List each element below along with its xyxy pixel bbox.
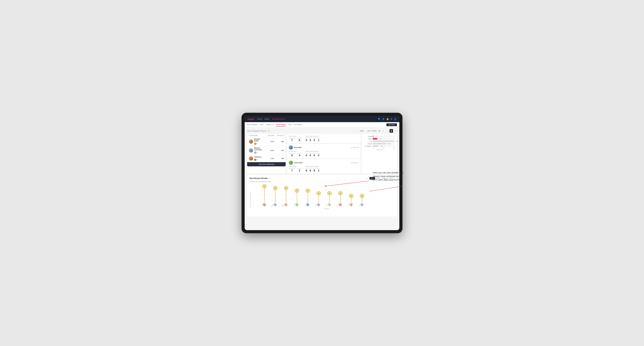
leaderboard-panel: PLAYER NAME PB SCORE PB AVG SQ Richard B…	[247, 134, 286, 173]
search-icon[interactable]: 🔍	[378, 118, 380, 120]
avg-1: 110	[274, 141, 284, 142]
team-title: Team Clippd | 14 Players	[247, 130, 266, 132]
svg-text:4x: 4x	[318, 193, 320, 194]
y-axis-label: Best Streak, Fairway Accuracy	[250, 191, 251, 208]
activities-group-0: Total Practice Activities OTT 0 APP	[305, 135, 320, 142]
ott-l-2: OTT	[305, 168, 308, 169]
ott-label-1: OTT	[305, 153, 308, 154]
table-row[interactable]: Edward Crossman 2 ♥ 18/20 107	[247, 146, 286, 155]
app-val-1: 0	[309, 154, 312, 157]
tab-pga[interactable]: PGA	[260, 123, 264, 127]
arg-label-1: ARG	[313, 153, 316, 154]
ott-val-1: 0	[305, 154, 308, 157]
app-logo: clippd	[248, 118, 254, 120]
app-val-0: 0	[309, 139, 312, 142]
view-icons: ⊞ ☰ ▦ ⊟	[382, 129, 397, 133]
nav-teams[interactable]: Teams	[264, 118, 270, 120]
tournament-rounds-1: 8	[289, 154, 295, 157]
practice-label-2: Practice	[297, 168, 302, 169]
pc-header-2: Josh Coles 26 Aug 2023	[289, 161, 359, 165]
tab-team-clippd[interactable]: Team Clippd	[276, 123, 286, 127]
arg-v-2: 0	[313, 169, 316, 172]
bar-row-eagles: Eagles 3	[364, 135, 395, 137]
practice-rounds-0: 6	[297, 139, 302, 142]
bar-label-birdies: Birdies	[364, 138, 372, 140]
avatar-josh	[289, 161, 293, 165]
avg-2: 107	[274, 150, 284, 151]
ott-label-0: OTT	[305, 138, 308, 139]
pc-date-2: 26 Aug 2023	[351, 162, 359, 164]
bar-row-birdies: Birdies 96	[364, 138, 395, 140]
bar-fill-birdies: 96	[373, 138, 377, 140]
nav-links: Home Teams My Performance	[257, 118, 378, 120]
tab-tour[interactable]: Tour	[288, 123, 292, 127]
total-rounds-label-2: Total Rounds	[289, 166, 302, 168]
streaks-title: Best Round Streaks	[250, 177, 268, 179]
pc-date-1: 02 Sep 2023	[351, 147, 359, 148]
bell-icon[interactable]: 🔔	[386, 118, 389, 120]
streaks-chart-container: Best Streak, Fairway Accuracy 7x	[250, 184, 394, 215]
edit-icon[interactable]: ✏️	[268, 130, 270, 132]
badge-2: 2 ♥	[254, 152, 258, 154]
show-select[interactable]: Last 3 months	[365, 129, 381, 133]
bar-row-bogeys: Bogeys 311	[364, 143, 395, 145]
bar-value-pars: 499	[396, 141, 398, 142]
tab-all-players[interactable]: All Players	[294, 123, 302, 127]
total-rounds-label-0: Total Rounds	[289, 135, 302, 137]
practice-rounds-2: 2	[297, 169, 302, 172]
bar-fill-pars: 499	[373, 140, 394, 142]
chart-axis: 0 200 400	[364, 148, 395, 149]
avatar-rees	[289, 145, 293, 150]
svg-text:3x: 3x	[362, 195, 363, 197]
svg-text:6x: 6x	[286, 187, 287, 189]
axis-200: 200	[382, 148, 384, 149]
tab-hcaps[interactable]: Hcaps 1-5	[266, 123, 273, 127]
score-2: 18/20	[264, 150, 274, 151]
view-leaderboard-button[interactable]: View Full Leaderboard	[247, 162, 286, 166]
card-view-btn[interactable]: ▦	[390, 129, 393, 133]
avatar-3	[249, 156, 253, 161]
avatar-icon[interactable]: 👤	[394, 118, 396, 120]
team-header: Team Clippd | 14 Players ✏️ Show Last 3 …	[247, 129, 397, 133]
show-controls: Show Last 3 months ⊞ ☰ ▦ ⊟	[360, 129, 397, 133]
arg-val-0: 0	[313, 139, 316, 142]
activities-label-2: Total Practice Activities	[305, 166, 320, 168]
app-label-1: APP	[309, 153, 312, 154]
tournament-label-0: Tournament	[289, 138, 295, 139]
settings-icon[interactable]: ⚙	[390, 118, 392, 120]
tournament-rounds-2: 7	[289, 169, 295, 172]
player-info-1: Richard Butler 1 ♥	[249, 138, 264, 145]
activities-label-1: Total Practice Activities	[305, 151, 320, 152]
add-team-button[interactable]: Add Team	[386, 123, 397, 126]
list-view-btn[interactable]: ☰	[386, 129, 389, 133]
lb-header: PLAYER NAME PB SCORE PB AVG SQ	[247, 134, 286, 137]
rounds-group-0: Total Rounds Tournament 7 Practice	[289, 135, 302, 142]
table-row[interactable]: Cameron... 3 ♥ 17/20 103	[247, 155, 286, 162]
chart-footer: Total Shots	[364, 149, 395, 151]
bar-row-pars: Pars 499	[364, 140, 395, 142]
putt-val-0: 1	[317, 139, 320, 142]
navbar: clippd Home Teams My Performance 🔍 👤 🔔 ⚙…	[245, 116, 399, 122]
user-icon[interactable]: 👤	[382, 118, 385, 120]
grid-view-btn[interactable]: ⊞	[382, 129, 385, 133]
avatar-1	[249, 140, 253, 144]
table-view-btn[interactable]: ⊟	[394, 129, 397, 133]
score-3: 17/20	[264, 158, 274, 159]
nav-my-performance[interactable]: My Performance	[272, 118, 285, 120]
activities-group-1: Total Practice Activities OTT 0 APP	[305, 151, 320, 157]
bar-value-bogeys: 311	[388, 143, 390, 144]
bar-row-dbogeys: D. Bogeys + 131	[364, 145, 395, 147]
nav-home[interactable]: Home	[257, 118, 262, 120]
players-label: Players	[259, 208, 394, 209]
player-name-2: Edward Crossman	[254, 147, 264, 151]
putt-val-1: 0	[317, 154, 320, 157]
players-cards: Total Rounds Tournament 7 Practice	[287, 134, 360, 173]
svg-text:5x: 5x	[307, 190, 308, 191]
total-rounds-label-1: Total Rounds	[289, 151, 302, 152]
bar-label-bogeys: Bogeys	[364, 143, 372, 145]
tab-pgat-players[interactable]: PGAT Players	[247, 123, 258, 127]
table-row[interactable]: Richard Butler 1 ♥ 19/20 110	[247, 137, 286, 146]
bar-value-eagles: 3	[377, 136, 378, 137]
col-pb-avg: PB AVG SQ	[274, 135, 284, 136]
app-v-2: 0	[309, 169, 312, 172]
